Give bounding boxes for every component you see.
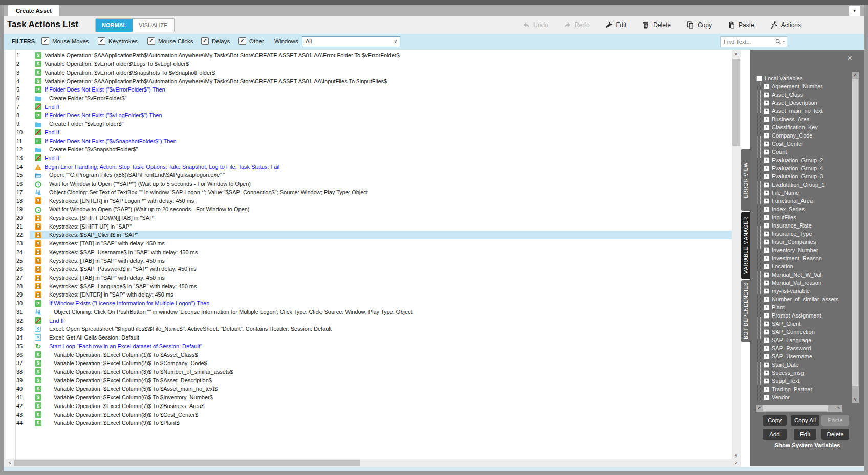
action-row[interactable]: 28EKeystrokes: $SAP_Language$ in "SAP" w… (6, 282, 732, 290)
view-mode-normal-button[interactable]: NORMAL (96, 19, 133, 32)
variable-item[interactable]: +Start_Date (764, 360, 848, 369)
expand-icon[interactable]: + (764, 133, 769, 139)
view-mode-visualize-button[interactable]: VISUALIZE (133, 19, 173, 32)
variable-item[interactable]: +Evalutation_Group_1 (764, 180, 848, 189)
filter-checkbox-keystrokes[interactable]: ✓Keystrokes (98, 37, 138, 45)
variable-item[interactable]: +Trading_Partner (764, 385, 848, 393)
action-row[interactable]: 42$Variable Operation: $Excel Column(7)$… (6, 401, 732, 410)
action-row[interactable]: 15Open: ""C:\Program Files (x86)\SAP\Fro… (6, 171, 732, 179)
action-row[interactable]: 7IFEnd If (6, 102, 732, 111)
expand-icon[interactable]: + (764, 190, 769, 196)
variable-item[interactable]: +Suppl_Text (764, 377, 848, 385)
expand-icon[interactable]: + (764, 149, 769, 155)
copy-button[interactable]: Copy (686, 21, 712, 29)
expand-icon[interactable]: + (764, 92, 769, 98)
action-row[interactable]: 14Begin Error Handling; Action: Stop Tas… (6, 162, 732, 171)
action-row[interactable]: 13IFEnd If (6, 154, 732, 163)
action-row[interactable]: 35↻Start Loop "Each row in an Excel data… (6, 342, 732, 350)
action-row[interactable]: 3$Variable Operation: $vErrorFolder$\Sna… (6, 68, 732, 77)
filter-checkbox-mouse-moves[interactable]: ✓Mouse Moves (41, 37, 89, 45)
side-tab-bot-dependencies[interactable]: BOT DEPENDENCIES (741, 280, 750, 342)
expand-icon[interactable]: + (764, 378, 769, 384)
paste-button[interactable]: Paste (727, 21, 754, 29)
action-row[interactable]: 4$Variable Operation: $AAApplicationPath… (6, 77, 732, 85)
action-row[interactable]: 23EKeystrokes: [TAB] in "SAP" with delay… (6, 239, 732, 248)
expand-icon[interactable]: + (764, 223, 769, 229)
scrollbar-thumb[interactable] (14, 460, 360, 466)
scroll-up-arrow-icon[interactable]: ∧ (852, 72, 859, 78)
side-tab-error-view[interactable]: ERROR VIEW (741, 149, 750, 211)
find-text-input[interactable] (721, 39, 775, 45)
variable-item[interactable]: +SAP_Connection (764, 328, 848, 336)
action-row[interactable]: 20EKeystrokes: [SHIFT DOWN][TAB] in "SAP… (6, 214, 732, 222)
expand-icon[interactable]: + (764, 313, 769, 319)
tree-horizontal-scrollbar[interactable]: < > (756, 405, 842, 412)
filter-checkbox-delays[interactable]: ✓Delays (201, 37, 230, 45)
list-vertical-scrollbar[interactable]: ∧ ∨ (732, 50, 741, 459)
variable-item[interactable]: +Index_Series (764, 205, 848, 213)
variable-item[interactable]: +Asset_main_no_text (764, 107, 848, 115)
variable-item[interactable]: +Classification_Key (764, 123, 848, 131)
expand-icon[interactable]: + (764, 354, 769, 359)
variable-item[interactable]: +Business_Area (764, 115, 848, 123)
variable-item[interactable]: +SAP_Username (764, 352, 848, 360)
action-row[interactable]: 25EKeystrokes: [TAB] in "SAP" with delay… (6, 256, 732, 265)
expand-icon[interactable]: + (764, 166, 769, 171)
variable-item[interactable]: +Inventory_Number (764, 246, 848, 254)
action-row[interactable]: 44$Variable Operation: $Excel Column(9)$… (6, 419, 732, 427)
expand-icon[interactable]: + (764, 337, 769, 343)
tab-create-asset[interactable]: Create Asset (8, 5, 59, 16)
expand-icon[interactable]: + (764, 346, 769, 351)
variable-item[interactable]: +Asset_Class (764, 91, 848, 99)
close-icon[interactable]: × (847, 54, 852, 62)
action-row[interactable]: 36$Variable Operation: $Excel Column(1)$… (6, 350, 732, 359)
action-row[interactable]: 19Wait for Window to Open ("SAP") (Wait … (6, 205, 732, 214)
scroll-left-arrow-icon[interactable]: < (756, 405, 763, 412)
expand-icon[interactable]: + (764, 387, 769, 392)
expand-icon[interactable]: + (764, 100, 769, 106)
scroll-right-arrow-icon[interactable]: > (835, 405, 842, 412)
action-row[interactable]: 18EKeystrokes: [ENTER] in "SAP Logon *" … (6, 196, 732, 205)
expand-icon[interactable]: + (764, 264, 769, 269)
action-row[interactable]: 24EKeystrokes: $SAP_Username$ in "SAP" w… (6, 248, 732, 257)
checkbox-icon[interactable]: ✓ (98, 37, 105, 45)
action-row[interactable]: 6Create Folder "$vErrorFolder$" (6, 94, 732, 103)
expand-icon[interactable]: + (764, 329, 769, 335)
scroll-down-arrow-icon[interactable]: ∨ (852, 396, 859, 403)
action-row[interactable]: 17Object Cloning: Set Text of TextBox ""… (6, 188, 732, 197)
scroll-down-arrow-icon[interactable]: ∨ (732, 451, 741, 459)
action-row[interactable]: 31Object Cloning: Click On PushButton ""… (6, 308, 732, 316)
scrollbar-thumb[interactable] (852, 79, 858, 386)
expand-icon[interactable]: + (764, 362, 769, 368)
variable-item[interactable]: +File_Name (764, 189, 848, 197)
variable-add-button[interactable]: Add (763, 429, 787, 440)
expand-icon[interactable]: + (764, 215, 769, 220)
action-row[interactable]: 9Create Folder "$vLogFolder$" (6, 120, 732, 128)
action-row[interactable]: 26EKeystrokes: $SAP_Password$ in "SAP" w… (6, 265, 732, 274)
expand-icon[interactable]: + (764, 198, 769, 204)
action-row[interactable]: 16Wait for Window to Open ("*SAP*") (Wai… (6, 179, 732, 188)
scroll-left-arrow-icon[interactable]: < (6, 459, 14, 467)
variable-item[interactable]: +Insur_Companies (764, 238, 848, 246)
collapse-icon[interactable]: − (756, 76, 762, 81)
variable-item[interactable]: +Vendor (764, 393, 848, 401)
filter-checkbox-other[interactable]: ✓Other (238, 37, 264, 45)
action-row[interactable]: 2$Variable Operation: $vErrorFolder$\Log… (6, 60, 732, 69)
expand-icon[interactable]: + (764, 84, 769, 89)
scrollbar-thumb[interactable] (732, 59, 740, 146)
variable-item[interactable]: +SAP_Password (764, 344, 848, 352)
expand-icon[interactable]: + (764, 141, 769, 147)
variable-item[interactable]: +Agreement_Number (764, 82, 848, 91)
expand-icon[interactable]: + (764, 288, 769, 294)
variable-item[interactable]: +Investment_Reason (764, 254, 848, 262)
search-icon[interactable]: ▾ (775, 38, 787, 46)
variable-item[interactable]: +Plant (764, 303, 848, 311)
scrollbar-thumb[interactable] (763, 405, 828, 411)
expand-icon[interactable]: + (764, 231, 769, 237)
action-row[interactable]: 33XExcel: Open Spreadsheet "$InputFiles$… (6, 325, 732, 333)
actions-button[interactable]: Actions (770, 21, 801, 29)
action-row[interactable]: 41$Variable Operation: $Excel Column(6)$… (6, 393, 732, 402)
filter-checkbox-mouse-clicks[interactable]: ✓Mouse Clicks (147, 37, 193, 45)
action-row[interactable]: 11IFIf Folder Does Not Exist ("$vSnapsho… (6, 137, 732, 145)
checkbox-icon[interactable]: ✓ (41, 37, 49, 45)
